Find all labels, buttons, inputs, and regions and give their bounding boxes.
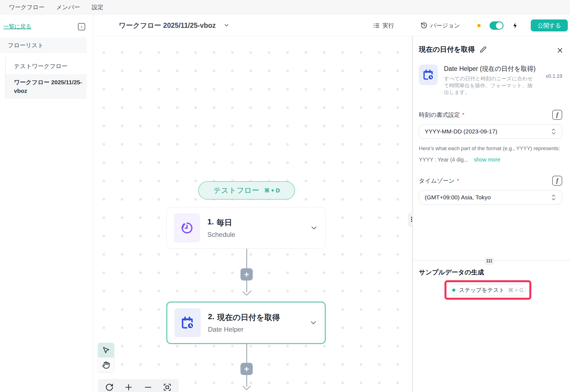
connector: + <box>238 343 255 391</box>
sample-data-title: サンプルデータの生成 <box>419 268 570 277</box>
node-subtitle: Schedule <box>207 231 310 239</box>
calendar-clock-icon <box>175 308 201 337</box>
node-expand-chevron[interactable] <box>310 224 318 232</box>
test-step-button[interactable]: ステップをテスト ⌘ + G <box>450 284 525 296</box>
field-label-time-format: 時刻の書式設定 <box>419 111 460 119</box>
plugin-version: v0.1.19 <box>546 73 562 96</box>
time-format-select[interactable]: YYYY-MM-DD (2023-09-17) <box>419 124 562 139</box>
function-mode-button[interactable]: f <box>552 110 562 120</box>
node-date-helper[interactable]: 2. 現在の日付を取得 Date Helper <box>166 302 326 344</box>
flow-list-item[interactable]: テストワークフロー <box>6 58 87 74</box>
nav-item-workflow[interactable]: ワークフロー <box>9 3 45 11</box>
flow-list-item-selected[interactable]: ワークフロー 2025/11/25-vboz <box>6 74 87 99</box>
calendar-clock-icon <box>419 64 438 85</box>
chevron-down-icon <box>310 224 318 232</box>
chevron-down-icon <box>309 319 318 327</box>
test-flow-button[interactable]: テストフロー ⌘ + D <box>198 181 295 200</box>
add-node-button[interactable]: + <box>240 363 253 375</box>
test-step-shortcut: ⌘ + G <box>508 287 524 293</box>
test-flow-shortcut: ⌘ + D <box>264 187 280 194</box>
close-icon <box>557 47 563 54</box>
fit-screen-icon <box>163 383 171 391</box>
select-tool-button[interactable] <box>98 343 114 358</box>
workflow-enabled-toggle[interactable] <box>490 21 503 30</box>
workflow-header: ワークフロー 2025/11/25-vboz 実行 バージョン 公開する <box>93 14 570 36</box>
required-asterisk: * <box>457 177 459 184</box>
arrow-down-icon <box>242 291 251 296</box>
function-mode-button[interactable]: f <box>552 176 562 186</box>
node-index: 1. <box>207 217 214 228</box>
annotation-highlight-box: ステップをテスト ⌘ + G <box>444 280 531 300</box>
test-step-label: ステップをテスト <box>459 286 505 294</box>
run-list-icon <box>373 22 380 29</box>
status-dot <box>477 24 481 27</box>
panel-close-button[interactable] <box>557 47 563 54</box>
back-to-list-link[interactable]: 一覧に戻る <box>3 23 31 30</box>
show-more-link[interactable]: show more <box>474 157 500 163</box>
flow-list-section-title: フローリスト <box>0 38 87 53</box>
section-resize-handle[interactable] <box>485 257 494 264</box>
hand-icon <box>102 361 110 369</box>
lightning-icon[interactable] <box>512 22 519 29</box>
fit-view-button[interactable] <box>163 383 171 391</box>
node-title: 毎日 <box>217 217 232 228</box>
rename-button[interactable] <box>480 46 487 53</box>
timezone-select[interactable]: (GMT+09:00) Asia, Tokyo <box>419 190 562 205</box>
panel-title: 現在の日付を取得 <box>419 45 475 54</box>
node-index: 2. <box>208 312 214 323</box>
publish-button[interactable]: 公開する <box>531 19 568 31</box>
node-expand-chevron[interactable] <box>309 319 318 327</box>
reset-view-button[interactable] <box>105 383 114 391</box>
connector: + <box>238 249 255 296</box>
pencil-icon <box>480 46 487 53</box>
sidebar: 一覧に戻る ‹ フローリスト テストワークフロー ワークフロー 2025/11/… <box>0 14 93 392</box>
run-label: 実行 <box>382 22 394 29</box>
workflow-title-dropdown[interactable] <box>223 22 230 28</box>
field-label-timezone: タイムゾーン <box>419 177 454 185</box>
schedule-clock-icon <box>174 214 200 242</box>
run-button[interactable]: 実行 <box>373 22 394 29</box>
format-help-intro: Here's what each part of the format (e.g… <box>419 145 562 152</box>
rotate-icon <box>105 383 114 391</box>
node-config-panel: 現在の日付を取得 Date Helper (現在の日付を取得) すべての日付と <box>413 36 570 392</box>
chevron-down-icon <box>223 22 230 28</box>
plugin-name: Date Helper (現在の日付を取得) <box>444 64 536 73</box>
node-schedule[interactable]: 1. 毎日 Schedule <box>166 207 326 249</box>
add-node-button[interactable]: + <box>240 268 253 281</box>
pan-tool-button[interactable] <box>98 358 114 372</box>
canvas-tool-group <box>98 343 114 372</box>
select-chevrons-icon <box>551 194 556 201</box>
format-help-item: YYYY : Year (4 dig... <box>419 157 468 163</box>
nav-item-members[interactable]: メンバー <box>56 3 80 11</box>
status-dot-icon <box>452 289 455 292</box>
node-subtitle: Date Helper <box>208 326 309 333</box>
sample-data-section: サンプルデータの生成 ステップをテスト ⌘ + G <box>413 260 570 392</box>
history-icon <box>421 22 428 29</box>
workflow-canvas[interactable]: テストフロー ⌘ + D 1. 毎日 Schedule + <box>93 36 412 392</box>
cursor-icon <box>102 346 110 354</box>
nav-item-settings[interactable]: 設定 <box>92 3 103 11</box>
drag-dots-icon <box>487 259 492 262</box>
test-flow-label: テストフロー <box>213 185 259 195</box>
version-label: バージョン <box>430 22 460 29</box>
timezone-value: (GMT+09:00) Asia, Tokyo <box>425 194 491 201</box>
plugin-description: すべての日付と時刻のニーズに合わせて時間単位を操作、フォーマット、抽出します。 <box>444 75 536 96</box>
arrow-down-icon <box>242 386 251 391</box>
chevron-left-icon: ‹ <box>81 24 82 29</box>
top-navbar: ワークフロー メンバー 設定 <box>0 0 570 14</box>
time-format-value: YYYY-MM-DD (2023-09-17) <box>425 128 497 135</box>
zoom-out-button[interactable] <box>144 383 152 391</box>
canvas-zoom-toolbar <box>98 379 179 392</box>
required-asterisk: * <box>462 111 465 118</box>
plus-icon <box>124 383 133 391</box>
version-button[interactable]: バージョン <box>421 22 460 29</box>
zoom-in-button[interactable] <box>124 383 133 391</box>
node-title: 現在の日付を取得 <box>217 312 280 323</box>
sidebar-collapse-button[interactable]: ‹ <box>78 23 85 30</box>
minus-icon <box>144 383 152 391</box>
select-chevrons-icon <box>551 128 556 135</box>
plugin-info-card: Date Helper (現在の日付を取得) すべての日付と時刻のニーズに合わせ… <box>419 64 562 96</box>
flow-list: テストワークフロー ワークフロー 2025/11/25-vboz <box>5 57 93 99</box>
workflow-title: ワークフロー 2025/11/25-vboz <box>119 21 216 30</box>
